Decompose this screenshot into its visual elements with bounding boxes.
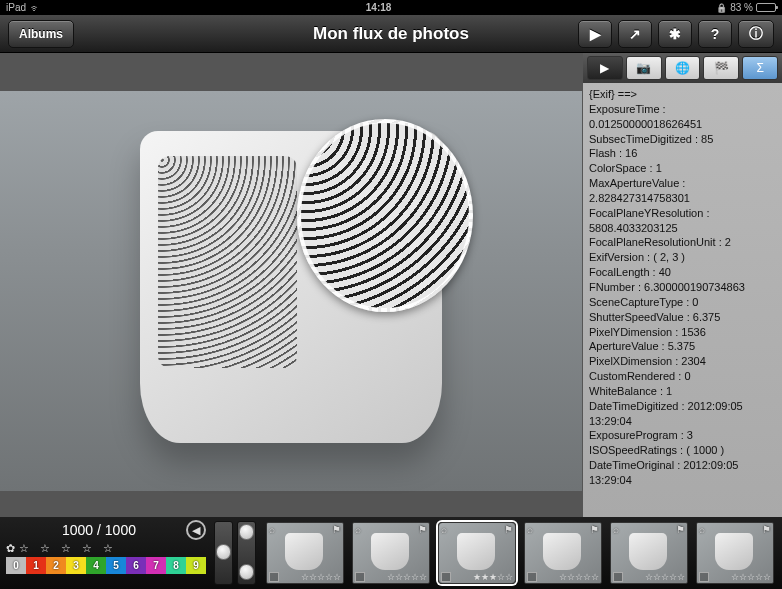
color-label-1[interactable]: 1: [26, 557, 46, 574]
thumb-preview: [543, 533, 581, 570]
loupe-icon: ⌕: [699, 524, 705, 535]
color-label-0[interactable]: 0: [6, 557, 26, 574]
loupe-icon: ⌕: [269, 524, 275, 535]
color-label-6[interactable]: 6: [126, 557, 146, 574]
flag-icon: ⚑: [332, 524, 341, 535]
exif-text: {Exif} ==> ExposureTime : 0.012500000186…: [589, 87, 776, 488]
magnifier-loupe: [297, 119, 473, 312]
gear-icon: ✱: [669, 26, 681, 42]
flag-icon: ⚑: [504, 524, 513, 535]
flag-icon: ⚑: [676, 524, 685, 535]
color-label-8[interactable]: 8: [166, 557, 186, 574]
select-checkbox[interactable]: [441, 572, 451, 582]
thumbnails: ⌕⚑☆☆☆☆☆⌕⚑☆☆☆☆☆⌕⚑★★★☆☆⌕⚑☆☆☆☆☆⌕⚑☆☆☆☆☆⌕⚑☆☆☆…: [258, 517, 782, 589]
color-label-5[interactable]: 5: [106, 557, 126, 574]
main-area: ▶ 📷 🌐 🏁 Σ {Exif} ==> ExposureTime : 0.01…: [0, 53, 782, 517]
thumbnail[interactable]: ⌕⚑☆☆☆☆☆: [524, 522, 602, 584]
slider-2[interactable]: [237, 521, 256, 585]
wifi-icon: [30, 2, 41, 14]
photo-viewer[interactable]: [0, 53, 582, 517]
color-label-4[interactable]: 4: [86, 557, 106, 574]
color-label-3[interactable]: 3: [66, 557, 86, 574]
thumb-preview: [629, 533, 667, 570]
photo-placeholder: [0, 91, 582, 490]
thumb-rating: ☆☆☆☆☆: [731, 572, 771, 582]
color-labels: 0123456789: [6, 557, 206, 574]
loupe-icon: ⌕: [527, 524, 533, 535]
share-button[interactable]: ↗: [618, 20, 652, 48]
slider-1[interactable]: [214, 521, 233, 585]
tab-flag[interactable]: 🏁: [703, 56, 739, 80]
loupe-icon: ⌕: [355, 524, 361, 535]
app-toolbar: Albums Mon flux de photos ▶ ↗ ✱ ? ⓘ: [0, 15, 782, 53]
tab-camera[interactable]: 📷: [626, 56, 662, 80]
select-checkbox[interactable]: [527, 572, 537, 582]
loupe-icon: ⌕: [613, 524, 619, 535]
prev-button[interactable]: ◀: [186, 520, 206, 540]
tab-globe[interactable]: 🌐: [665, 56, 701, 80]
rating-filter[interactable]: ✿ ☆ ☆ ☆ ☆ ☆: [6, 542, 206, 555]
play-button[interactable]: ▶: [578, 20, 612, 48]
tab-play[interactable]: ▶: [587, 56, 623, 80]
status-time: 14:18: [41, 2, 716, 13]
gear-small-icon[interactable]: ✿: [6, 542, 15, 555]
filmstrip-controls: 1000 / 1000 ◀ ✿ ☆ ☆ ☆ ☆ ☆ 0123456789: [0, 517, 212, 589]
help-icon: ?: [711, 26, 720, 42]
flag-icon: ⚑: [590, 524, 599, 535]
exif-panel[interactable]: {Exif} ==> ExposureTime : 0.012500000186…: [583, 83, 782, 517]
thumb-preview: [715, 533, 753, 570]
battery-icon: [756, 3, 776, 12]
tab-sigma[interactable]: Σ: [742, 56, 778, 80]
select-checkbox[interactable]: [613, 572, 623, 582]
settings-button[interactable]: ✱: [658, 20, 692, 48]
photo-counter: 1000 / 1000: [6, 522, 136, 538]
share-icon: ↗: [629, 26, 641, 42]
flag-icon: ⚑: [418, 524, 427, 535]
thumb-preview: [371, 533, 409, 570]
info-icon: ⓘ: [749, 25, 763, 43]
rating-stars[interactable]: ☆ ☆ ☆ ☆ ☆: [19, 542, 117, 555]
thumbnail[interactable]: ⌕⚑☆☆☆☆☆: [696, 522, 774, 584]
select-checkbox[interactable]: [699, 572, 709, 582]
color-label-9[interactable]: 9: [186, 557, 206, 574]
thumb-rating: ☆☆☆☆☆: [645, 572, 685, 582]
thumb-rating: ☆☆☆☆☆: [559, 572, 599, 582]
battery-pct: 83 %: [730, 2, 753, 13]
thumbnail[interactable]: ⌕⚑☆☆☆☆☆: [266, 522, 344, 584]
device-label: iPad: [6, 2, 26, 13]
play-icon: ▶: [590, 26, 601, 42]
side-panel: ▶ 📷 🌐 🏁 Σ {Exif} ==> ExposureTime : 0.01…: [582, 53, 782, 517]
thumb-rating: ★★★☆☆: [473, 572, 513, 582]
zoom-sliders: [212, 517, 258, 589]
thumb-rating: ☆☆☆☆☆: [387, 572, 427, 582]
thumb-preview: [457, 533, 495, 570]
device-illustration: [140, 131, 443, 442]
select-checkbox[interactable]: [269, 572, 279, 582]
thumbnail[interactable]: ⌕⚑★★★☆☆: [438, 522, 516, 584]
color-label-2[interactable]: 2: [46, 557, 66, 574]
thumb-preview: [285, 533, 323, 570]
lock-icon: [716, 2, 727, 13]
color-label-7[interactable]: 7: [146, 557, 166, 574]
side-tabs: ▶ 📷 🌐 🏁 Σ: [583, 53, 782, 83]
status-bar: iPad 14:18 83 %: [0, 0, 782, 15]
thumb-rating: ☆☆☆☆☆: [301, 572, 341, 582]
device-grill: [158, 156, 297, 368]
thumbnail[interactable]: ⌕⚑☆☆☆☆☆: [352, 522, 430, 584]
loupe-icon: ⌕: [441, 524, 447, 535]
info-button[interactable]: ⓘ: [738, 20, 774, 48]
albums-button[interactable]: Albums: [8, 20, 74, 48]
flag-icon: ⚑: [762, 524, 771, 535]
thumbnail[interactable]: ⌕⚑☆☆☆☆☆: [610, 522, 688, 584]
filmstrip: 1000 / 1000 ◀ ✿ ☆ ☆ ☆ ☆ ☆ 0123456789 ⌕⚑☆…: [0, 517, 782, 589]
select-checkbox[interactable]: [355, 572, 365, 582]
help-button[interactable]: ?: [698, 20, 732, 48]
